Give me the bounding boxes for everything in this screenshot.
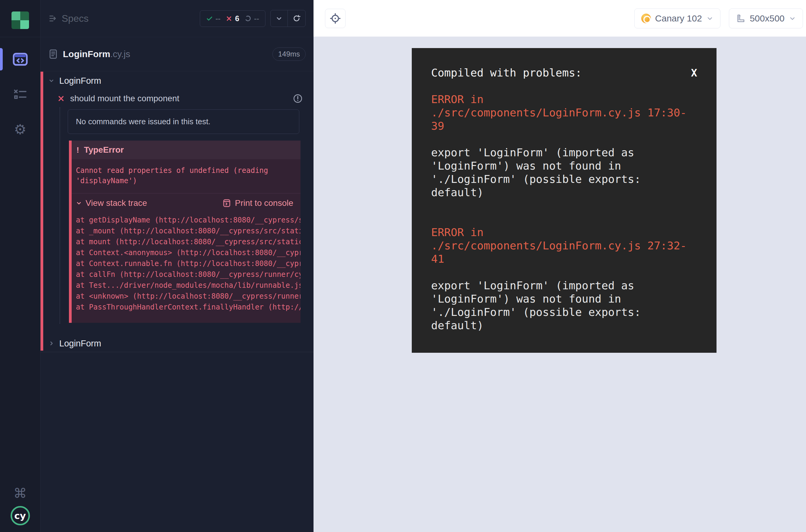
suite-row-collapsed[interactable]: LoginForm	[40, 335, 314, 352]
error-type: TypeError	[84, 145, 124, 155]
ruler-icon	[736, 14, 746, 23]
sidebar-item-settings[interactable]: ⚙	[0, 116, 40, 142]
pending-count: --	[254, 14, 259, 23]
logo-square	[20, 20, 29, 29]
stack-line: at PassThroughHandlerContext.finallyHand…	[76, 302, 301, 312]
chevron-right-icon	[49, 340, 54, 346]
stat-pending: --	[245, 14, 259, 23]
view-stack-trace-label: View stack trace	[86, 198, 147, 208]
compile-error-body: export 'LoginForm' (imported as 'LoginFo…	[431, 279, 697, 332]
browser-dropdown[interactable]: Canary 102	[634, 8, 720, 28]
cypress-logo[interactable]: cy	[11, 506, 30, 525]
left-sidebar: ⚙ ⌘ cy	[0, 0, 40, 532]
runner-main: Canary 102 500x500 Compiled with problem…	[314, 0, 806, 532]
active-indicator	[0, 48, 3, 71]
console-icon	[222, 198, 231, 208]
stack-line: at Test.../driver/node_modules/mocha/lib…	[76, 280, 301, 291]
pending-circle-icon	[245, 15, 251, 22]
runner-toolbar: Canary 102 500x500	[314, 0, 806, 37]
command-icon: ⌘	[14, 486, 27, 501]
chevron-down-icon	[76, 200, 82, 206]
browser-dropdown-label: Canary 102	[655, 13, 702, 23]
sidebar-item-specs-active[interactable]	[0, 46, 40, 72]
stack-line: at <unknown> (http://localhost:8080/__cy…	[76, 291, 301, 302]
fail-x-icon	[57, 95, 65, 102]
x-icon	[226, 15, 232, 22]
view-stack-trace-toggle[interactable]: View stack trace	[76, 198, 147, 208]
compile-error-block: ERROR in ./src/components/LoginForm.cy.j…	[431, 93, 697, 199]
runner-controls	[270, 10, 306, 27]
logo-square	[12, 20, 20, 29]
suite-name: LoginForm	[59, 339, 101, 348]
print-to-console-label: Print to console	[235, 198, 293, 208]
refresh-icon	[293, 15, 301, 22]
sidebar-divider	[0, 37, 40, 37]
selector-playground-button[interactable]	[325, 9, 345, 28]
stack-line: at _mount (http://localhost:8080/__cypre…	[76, 226, 301, 236]
error-exclamation: !	[76, 146, 79, 155]
suite-row-expanded[interactable]: LoginForm	[40, 71, 314, 90]
test-list-icon	[13, 88, 27, 100]
failed-test-row[interactable]: should mount the component	[40, 90, 314, 107]
spec-file-ext: .cy.js	[110, 49, 130, 59]
suite-name: LoginForm	[59, 76, 101, 86]
aut-stage: Compiled with problems: X ERROR in ./src…	[314, 37, 806, 532]
compile-error-block: ERROR in ./src/components/LoginForm.cy.j…	[431, 226, 697, 332]
print-to-console-button[interactable]: Print to console	[222, 198, 293, 208]
error-header: ! TypeError	[72, 140, 301, 159]
specs-header: Specs -- 6 --	[40, 0, 314, 37]
compile-error-header: ERROR in ./src/components/LoginForm.cy.j…	[431, 93, 697, 133]
logo-square	[12, 12, 20, 20]
app-logo[interactable]	[12, 12, 29, 29]
check-icon	[206, 15, 213, 22]
crosshair-icon	[329, 13, 341, 24]
error-message: Cannot read properties of undefined (rea…	[72, 159, 301, 193]
spec-file-name: LoginForm	[63, 49, 110, 59]
spec-file-row[interactable]: LoginForm.cy.js 149ms	[40, 37, 314, 71]
stack-line: at callFn (http://localhost:8080/__cypre…	[76, 269, 301, 280]
viewport-dropdown-label: 500x500	[750, 13, 785, 23]
overlay-close-button[interactable]: X	[691, 66, 697, 79]
gear-icon: ⚙	[14, 121, 26, 137]
specs-panel-title: Specs	[62, 13, 89, 24]
rerun-button[interactable]	[287, 10, 305, 26]
compile-error-body: export 'LoginForm' (imported as 'LoginFo…	[431, 146, 697, 199]
stack-trace: at getDisplayName (http://localhost:8080…	[72, 212, 301, 323]
stack-line: at Context.<anonymous> (http://localhost…	[76, 247, 301, 258]
chevron-down-icon	[276, 15, 283, 22]
sidebar-item-test-results[interactable]	[0, 81, 40, 107]
overlay-title: Compiled with problems:	[431, 66, 582, 79]
failed-count: 6	[235, 14, 239, 23]
stack-line: at Context.runnable.fn (http://localhost…	[76, 258, 301, 269]
stack-line: at getDisplayName (http://localhost:8080…	[76, 215, 301, 226]
chevron-down-icon	[49, 78, 54, 84]
spec-results: LoginForm should mount the component No …	[40, 71, 314, 532]
chevron-down-icon	[706, 15, 713, 22]
compile-error-header: ERROR in ./src/components/LoginForm.cy.j…	[431, 226, 697, 266]
cypress-app: ⚙ ⌘ cy Specs --	[0, 0, 806, 532]
specs-icon	[49, 14, 57, 23]
failed-spec-strip	[40, 72, 43, 350]
chrome-canary-icon	[641, 14, 651, 23]
logo-square	[20, 12, 29, 20]
keyboard-shortcuts-button[interactable]: ⌘	[0, 480, 40, 506]
run-stats-badge[interactable]: -- 6 --	[200, 10, 265, 27]
viewport-dropdown[interactable]: 500x500	[729, 8, 803, 28]
stat-failed: 6	[226, 14, 239, 23]
passed-count: --	[215, 14, 221, 23]
attempt-info-icon[interactable]	[293, 94, 303, 103]
specs-panel: Specs -- 6 --	[40, 0, 314, 532]
panel-divider	[40, 352, 314, 352]
test-error-panel: ! TypeError Cannot read properties of un…	[69, 140, 301, 323]
file-icon	[49, 49, 58, 59]
error-controls: View stack trace Print to console	[72, 193, 301, 212]
webpack-error-overlay: Compiled with problems: X ERROR in ./src…	[412, 48, 716, 353]
stack-line: at mount (http://localhost:8080/__cypres…	[76, 236, 301, 247]
chevron-down-icon	[789, 15, 796, 22]
test-guide-line	[59, 107, 60, 324]
collapse-all-button[interactable]	[270, 10, 287, 26]
no-commands-hint: No commands were issued in this test.	[68, 110, 299, 134]
code-browser-icon	[13, 53, 28, 66]
spec-duration-badge: 149ms	[273, 48, 306, 61]
test-title: should mount the component	[70, 94, 179, 103]
